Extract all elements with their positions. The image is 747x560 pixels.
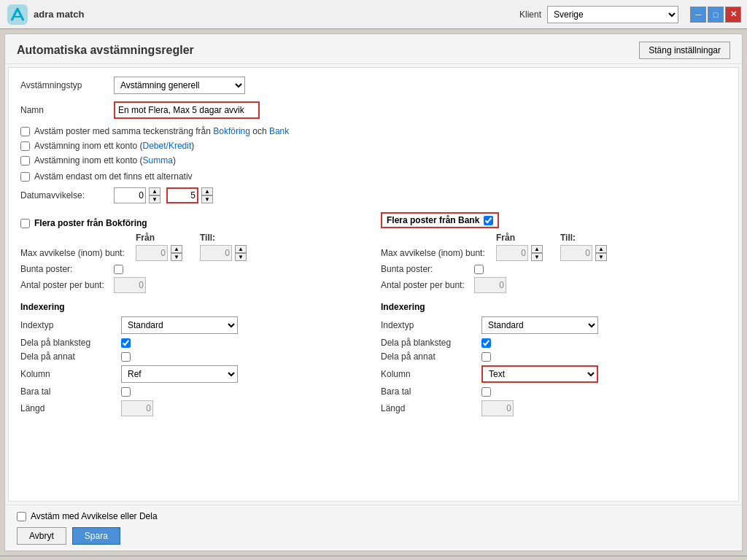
right-column: Flera poster från Bank Från Till: Max av… xyxy=(381,212,727,420)
right-till-header: Till: xyxy=(560,233,619,243)
left-indextyp-row: Indextyp Standard xyxy=(20,316,366,334)
left-kolumn-label: Kolumn xyxy=(20,369,115,379)
avstamningstyp-row: Avstämningstyp Avstämning generell xyxy=(20,77,727,94)
bokforing-checkbox[interactable] xyxy=(20,219,30,228)
avstam-med-row: Avstäm med Avvikelse eller Dela xyxy=(17,511,730,521)
left-dela-blanksteg-checkbox xyxy=(121,338,131,348)
right-header-label: Flera poster från Bank xyxy=(387,215,479,225)
check4-label: Avstäm endast om det finns ett alternati… xyxy=(34,171,193,182)
right-indextyp-row: Indextyp Standard xyxy=(381,316,727,334)
right-dela-blanksteg-checkbox[interactable] xyxy=(481,338,491,348)
right-bunta-checkbox[interactable] xyxy=(474,265,484,274)
spinner1-up[interactable]: ▲ xyxy=(149,187,160,195)
logo-text: adra match xyxy=(34,9,84,20)
right-from-input[interactable] xyxy=(496,245,528,261)
page-title: Automatiska avstämningsregler xyxy=(17,44,194,57)
spinner2-up[interactable]: ▲ xyxy=(201,187,213,195)
check4-checkbox[interactable] xyxy=(20,172,30,182)
right-antal-label: Antal poster per bunt: xyxy=(381,280,468,290)
left-bara-tal-label: Bara tal xyxy=(20,386,115,397)
left-antal-label: Antal poster per bunt: xyxy=(20,280,108,290)
right-bara-tal-checkbox[interactable] xyxy=(481,387,491,397)
namn-input[interactable] xyxy=(114,101,260,119)
left-from-header: Från xyxy=(136,233,194,243)
bank-checkbox[interactable] xyxy=(484,216,493,225)
avstam-med-checkbox[interactable] xyxy=(17,512,26,521)
right-kolumn-row: Kolumn Text Ref xyxy=(381,365,727,383)
right-bunta-row: Bunta poster: xyxy=(381,264,727,274)
maximize-button[interactable]: □ xyxy=(708,7,724,23)
content-area: Avstämningstyp Avstämning generell Namn … xyxy=(8,67,739,502)
client-label: Klient xyxy=(519,9,541,20)
left-from-up: ▲ xyxy=(171,245,182,253)
left-till-up: ▲ xyxy=(235,245,247,253)
left-bunta-row: Bunta poster: xyxy=(20,264,366,274)
check1-checkbox[interactable] xyxy=(20,127,30,136)
logo-icon xyxy=(6,3,29,26)
check3-label: Avstämning inom ett konto (Summa) xyxy=(34,155,176,166)
check2-checkbox[interactable] xyxy=(20,141,30,151)
right-kolumn-select[interactable]: Text Ref xyxy=(481,365,598,383)
cancel-button[interactable]: Avbryt xyxy=(17,527,66,545)
right-max-label: Max avvikelse (inom) bunt: xyxy=(381,248,490,258)
two-col-section: Flera poster från Bokföring Från Till: M… xyxy=(20,212,727,420)
left-bara-tal-row: Bara tal xyxy=(20,386,366,397)
right-till-spinner: ▲ ▼ xyxy=(560,245,619,261)
right-antal-row: Antal poster per bunt: xyxy=(381,277,727,293)
datumavvikelse-spinner2: ▲ ▼ xyxy=(166,187,213,203)
spinner2-btns: ▲ ▼ xyxy=(201,187,213,203)
bottom-section: Avstäm med Avvikelse eller Dela Avbryt S… xyxy=(5,505,742,551)
check3-checkbox[interactable] xyxy=(20,156,30,166)
right-dela-annat-checkbox[interactable] xyxy=(481,352,491,362)
spinner1-down[interactable]: ▼ xyxy=(149,195,160,203)
right-bunta-label: Bunta poster: xyxy=(381,264,468,274)
right-langd-input xyxy=(481,400,514,416)
svg-rect-0 xyxy=(7,4,28,25)
spinner2-down[interactable]: ▼ xyxy=(201,195,213,203)
datumavvikelse-input2[interactable] xyxy=(166,187,198,203)
right-from-up[interactable]: ▲ xyxy=(531,245,543,253)
minimize-button[interactable]: ─ xyxy=(690,7,706,23)
left-langd-row: Längd xyxy=(20,400,366,416)
left-till-down: ▼ xyxy=(235,253,247,261)
avstamningstyp-label: Avstämningstyp xyxy=(20,80,108,90)
close-settings-button[interactable]: Stäng inställningar xyxy=(639,42,730,59)
logo-area: adra match xyxy=(6,3,84,26)
datumavvikelse-input1[interactable] xyxy=(114,187,146,203)
right-bara-tal-row: Bara tal xyxy=(381,386,727,397)
client-area: Klient Sverige ─ □ ✕ xyxy=(519,6,741,23)
right-dela-blanksteg-label: Dela på blanksteg xyxy=(381,338,476,348)
left-section-header: Flera poster från Bokföring xyxy=(20,218,366,228)
right-from-spinner: ▲ ▼ xyxy=(496,245,554,261)
right-section-header: Flera poster från Bank xyxy=(381,212,499,228)
right-section-header-wrapper: Flera poster från Bank xyxy=(381,212,727,228)
left-antal-row: Antal poster per bunt: xyxy=(20,277,366,293)
datumavvikelse-row: Datumavvikelse: ▲ ▼ ▲ ▼ xyxy=(20,187,727,203)
left-from-down: ▼ xyxy=(171,253,182,261)
title-bar: adra match Klient Sverige ─ □ ✕ xyxy=(0,0,747,29)
right-kolumn-label: Kolumn xyxy=(381,369,476,379)
right-till-up[interactable]: ▲ xyxy=(595,245,607,253)
left-langd-label: Längd xyxy=(20,403,115,413)
right-till-input[interactable] xyxy=(560,245,592,261)
close-button[interactable]: ✕ xyxy=(725,7,741,23)
right-from-down[interactable]: ▼ xyxy=(531,253,543,261)
left-dela-annat-label: Dela på annat xyxy=(20,351,115,362)
check1-row: Avstäm poster med samma teckensträng frå… xyxy=(20,126,727,136)
right-langd-row: Längd xyxy=(381,400,727,416)
right-indextyp-select[interactable]: Standard xyxy=(481,316,598,334)
client-select[interactable]: Sverige xyxy=(547,6,678,23)
left-from-till-grid: Från Till: Max avvikelse (inom) bunt: ▲ … xyxy=(20,233,366,261)
left-indexing-section: Indexering Indextyp Standard Dela på bla… xyxy=(20,302,366,416)
left-from-spinner: ▲ ▼ xyxy=(136,245,194,261)
left-column: Flera poster från Bokföring Från Till: M… xyxy=(20,212,366,420)
right-till-btns: ▲ ▼ xyxy=(595,245,607,261)
left-dela-annat-row: Dela på annat xyxy=(20,351,366,362)
check4-row: Avstäm endast om det finns ett alternati… xyxy=(20,171,727,182)
left-till-btns: ▲ ▼ xyxy=(235,245,247,261)
avstamningstyp-select[interactable]: Avstämning generell xyxy=(114,77,245,94)
save-button[interactable]: Spara xyxy=(72,527,120,545)
right-dela-annat-row: Dela på annat xyxy=(381,351,727,362)
right-dela-annat-label: Dela på annat xyxy=(381,351,476,362)
right-till-down[interactable]: ▼ xyxy=(595,253,607,261)
